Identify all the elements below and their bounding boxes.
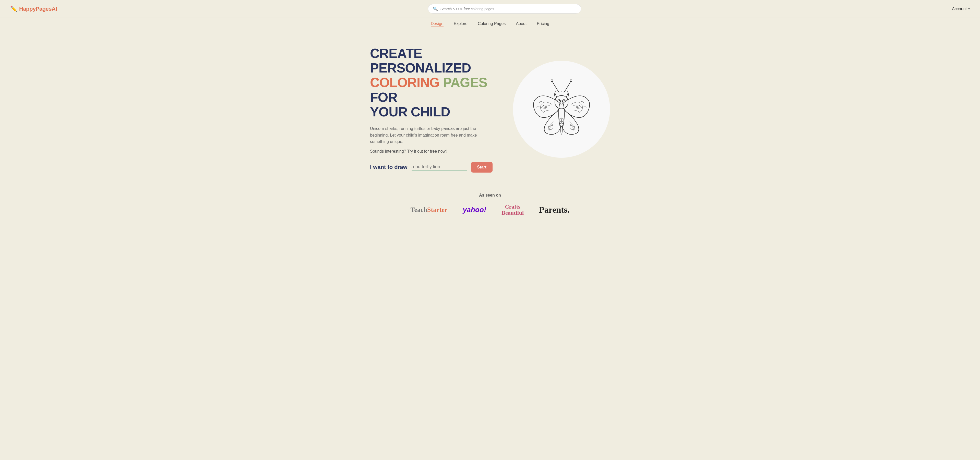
svg-point-15 <box>559 118 564 122</box>
hero-title-line3: Your Child <box>370 105 493 119</box>
svg-point-1 <box>570 80 572 82</box>
nav-item-coloring-pages[interactable]: Coloring Pages <box>478 21 506 27</box>
svg-point-8 <box>560 103 563 104</box>
search-icon: 🔍 <box>433 6 438 11</box>
nav-item-design[interactable]: Design <box>431 21 444 27</box>
as-seen-on-section: As seen on TeachStarter yahoo! CraftsBea… <box>0 183 980 231</box>
draw-form: I want to draw Start <box>370 162 493 173</box>
start-button[interactable]: Start <box>471 162 493 173</box>
hero-subtitle: Unicorn sharks, running turtles or baby … <box>370 125 493 145</box>
nav-item-pricing[interactable]: Pricing <box>537 21 549 27</box>
hero-cta-text: Sounds interesting? Try it out for free … <box>370 149 493 154</box>
hero-title-line2: Coloring Pages for <box>370 75 493 104</box>
account-button[interactable]: Account ▾ <box>952 6 970 11</box>
hero-title-line1: Create Personalized <box>370 46 493 75</box>
account-label: Account <box>952 6 967 11</box>
nav-item-about[interactable]: About <box>516 21 527 27</box>
as-seen-on-title: As seen on <box>5 193 975 197</box>
hero-title-for: for <box>370 90 397 105</box>
draw-label: I want to draw <box>370 164 407 170</box>
butterfly-circle <box>513 61 610 158</box>
chevron-down-icon: ▾ <box>968 7 970 11</box>
main-nav: Design Explore Coloring Pages About Pric… <box>0 18 980 31</box>
brands-row: TeachStarter yahoo! CraftsBeautiful Pare… <box>5 204 975 216</box>
search-input[interactable] <box>441 7 576 11</box>
svg-point-10 <box>544 106 546 108</box>
svg-point-13 <box>549 125 553 130</box>
svg-point-14 <box>570 125 575 130</box>
svg-point-12 <box>578 106 579 108</box>
hero-text: Create Personalized Coloring Pages for Y… <box>370 46 493 173</box>
hero-title-pages: Pages <box>443 75 487 90</box>
svg-point-6 <box>559 100 560 101</box>
brand-yahoo: yahoo! <box>463 206 487 214</box>
logo-text: HappyPagesAI <box>19 6 57 12</box>
svg-point-11 <box>576 105 580 109</box>
header: ✏️ HappyPagesAI 🔍 Account ▾ <box>0 0 980 18</box>
svg-point-9 <box>543 105 547 109</box>
hero-section: Create Personalized Coloring Pages for Y… <box>337 31 643 183</box>
hero-title-coloring: Coloring <box>370 75 439 90</box>
butterfly-illustration <box>526 73 597 145</box>
svg-point-0 <box>551 80 553 82</box>
nav-item-explore[interactable]: Explore <box>454 21 468 27</box>
svg-point-3 <box>555 96 568 109</box>
svg-point-16 <box>560 123 563 126</box>
draw-input-wrap <box>412 163 467 171</box>
svg-point-7 <box>563 100 565 101</box>
brand-crafts: CraftsBeautiful <box>501 204 524 216</box>
logo[interactable]: ✏️ HappyPagesAI <box>10 6 57 12</box>
pencil-icon: ✏️ <box>10 6 17 12</box>
hero-title: Create Personalized Coloring Pages for Y… <box>370 46 493 119</box>
draw-input[interactable] <box>412 163 467 171</box>
brand-teachstarter: TeachStarter <box>410 206 448 214</box>
hero-image <box>513 61 610 158</box>
search-bar: 🔍 <box>428 4 581 14</box>
brand-parents: Parents. <box>539 205 570 215</box>
